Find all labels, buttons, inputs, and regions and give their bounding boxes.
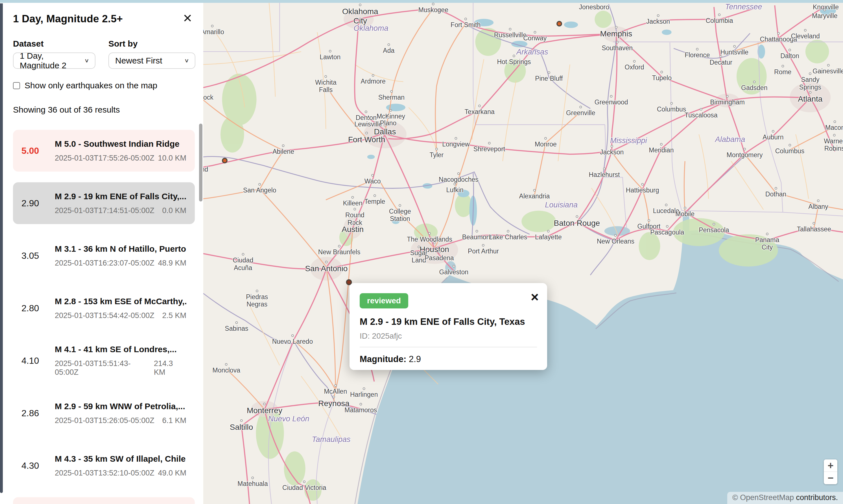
item-meta: 2025-01-03T16:23:07-05:00Z48.9 KM <box>55 259 186 268</box>
item-timestamp: 2025-01-03T15:51:43-05:00Z <box>55 359 154 377</box>
popup-magnitude-label: Magnitude: <box>360 354 406 364</box>
show-only-checkbox-row[interactable]: Show only earthquakes on the map <box>13 81 195 90</box>
earthquake-list-item[interactable]: 2.90M 2.9 - 19 km ENE of Falls City,...2… <box>13 182 195 224</box>
item-body: M 2.8 - 153 km ESE of McCarthy,...2025-0… <box>55 296 186 320</box>
earthquake-list-item[interactable]: 4.10M 4.1 - 41 km SE of Londres,...2025-… <box>13 340 195 381</box>
map-tiles <box>203 0 843 504</box>
item-title: M 3.1 - 36 km N of Hatillo, Puerto... <box>55 244 186 254</box>
item-body: M 2.9 - 19 km ENE of Falls City,...2025-… <box>55 192 186 215</box>
dataset-select-value: 1 Day, Magnitude 2 <box>20 51 80 70</box>
item-depth: 6.1 KM <box>162 416 186 425</box>
item-body: M 3.1 - 36 km N of Hatillo, Puerto...202… <box>55 244 186 268</box>
item-title: M 2.9 - 59 km WNW of Petrolia,... <box>55 401 186 411</box>
earthquake-list-item[interactable]: 2.86M 2.9 - 59 km WNW of Petrolia,...202… <box>13 392 195 434</box>
results-summary: Showing 36 out of 36 results <box>13 105 195 114</box>
popup-title: M 2.9 - 19 km ENE of Falls City, Texas <box>360 316 537 327</box>
results-panel: 1 Day, Magnitude 2.5+ × Dataset 1 Day, M… <box>3 3 203 504</box>
item-depth: 0.0 KM <box>162 206 186 215</box>
earthquake-list: 5.00M 5.0 - Southwest Indian Ridge2025-0… <box>13 130 195 504</box>
dataset-filter: Dataset 1 Day, Magnitude 2 ∨ <box>13 39 95 69</box>
earthquake-marker[interactable] <box>222 158 228 163</box>
list-scrollbar[interactable] <box>199 124 203 201</box>
item-magnitude: 4.10 <box>21 356 55 366</box>
earthquake-list-item[interactable]: 4.30M 4.3 - 35 km SW of Illapel, Chile20… <box>13 445 195 486</box>
sortby-select[interactable]: Newest First ∨ <box>108 53 195 69</box>
item-magnitude: 4.30 <box>21 461 55 471</box>
item-timestamp: 2025-01-03T15:54:42-05:00Z <box>55 311 154 320</box>
show-only-checkbox[interactable] <box>13 82 20 89</box>
item-depth: 2.5 KM <box>162 311 186 320</box>
popup-id: ID: 2025afjc <box>360 331 537 341</box>
item-meta: 2025-01-03T13:52:10-05:00Z49.0 KM <box>55 469 186 478</box>
item-magnitude: 2.90 <box>21 198 55 209</box>
item-depth: 214.3 KM <box>154 359 186 377</box>
item-depth: 48.9 KM <box>158 259 186 268</box>
item-magnitude: 2.86 <box>21 408 55 418</box>
item-timestamp: 2025-01-03T15:26:05-05:00Z <box>55 416 154 425</box>
sortby-select-value: Newest First <box>115 56 162 66</box>
panel-close-button[interactable]: × <box>183 12 192 24</box>
sortby-filter: Sort by Newest First ∨ <box>108 39 195 69</box>
show-only-checkbox-label: Show only earthquakes on the map <box>24 81 157 90</box>
attribution-copyright: © OpenStreetMap <box>732 493 794 502</box>
item-magnitude: 5.00 <box>21 146 55 156</box>
item-magnitude: 3.05 <box>21 251 55 261</box>
item-timestamp: 2025-01-03T13:52:10-05:00Z <box>55 469 154 478</box>
earthquake-list-item[interactable]: 5.00M 5.0 - Southwest Indian Ridge2025-0… <box>13 130 195 172</box>
chevron-down-icon: ∨ <box>184 58 189 64</box>
chevron-down-icon: ∨ <box>84 58 89 64</box>
dataset-select[interactable]: 1 Day, Magnitude 2 ∨ <box>13 53 95 69</box>
status-badge: reviewed <box>360 293 408 308</box>
app: Oklahoma CityOklahomaMuskogeeFort SmithR… <box>0 0 843 504</box>
map-canvas[interactable]: Oklahoma CityOklahomaMuskogeeFort SmithR… <box>203 0 843 504</box>
map-attribution: © OpenStreetMap contributors. <box>727 492 843 504</box>
item-body: M 2.9 - 59 km WNW of Petrolia,...2025-01… <box>55 401 186 425</box>
popup-divider <box>360 347 537 347</box>
window-edge-strip <box>0 3 3 493</box>
earthquake-list-item[interactable] <box>13 497 195 504</box>
item-body: M 4.3 - 35 km SW of Illapel, Chile2025-0… <box>55 454 186 478</box>
panel-title: 1 Day, Magnitude 2.5+ <box>13 13 123 25</box>
item-title: M 2.9 - 19 km ENE of Falls City,... <box>55 192 186 201</box>
openstreetmap-link[interactable]: OpenStreetMap <box>740 493 794 502</box>
item-body: M 5.0 - Southwest Indian Ridge2025-01-03… <box>55 139 186 163</box>
popup-close-button[interactable]: × <box>531 290 539 304</box>
item-meta: 2025-01-03T15:54:42-05:00Z2.5 KM <box>55 311 186 320</box>
attribution-suffix: contributors. <box>794 493 838 502</box>
zoom-in-button[interactable]: + <box>824 460 837 472</box>
earthquake-popup: reviewed × M 2.9 - 19 km ENE of Falls Ci… <box>350 283 547 370</box>
sortby-label: Sort by <box>108 39 195 49</box>
item-depth: 49.0 KM <box>158 469 186 478</box>
item-title: M 4.1 - 41 km SE of Londres,... <box>55 345 186 354</box>
item-meta: 2025-01-03T17:14:51-05:00Z0.0 KM <box>55 206 186 215</box>
item-title: M 5.0 - Southwest Indian Ridge <box>55 139 186 149</box>
item-meta: 2025-01-03T17:55:26-05:00Z10.0 KM <box>55 154 186 163</box>
zoom-out-button[interactable]: − <box>824 472 837 484</box>
earthquake-list-item[interactable]: 2.80M 2.8 - 153 km ESE of McCarthy,...20… <box>13 287 195 329</box>
map-zoom-control: + − <box>824 460 837 484</box>
item-magnitude: 2.80 <box>21 303 55 313</box>
popup-magnitude-value: 2.9 <box>406 354 421 364</box>
earthquake-list-item[interactable]: 3.05M 3.1 - 36 km N of Hatillo, Puerto..… <box>13 235 195 276</box>
item-timestamp: 2025-01-03T17:14:51-05:00Z <box>55 206 154 215</box>
item-timestamp: 2025-01-03T16:23:07-05:00Z <box>55 259 154 268</box>
item-body: M 4.1 - 41 km SE of Londres,...2025-01-0… <box>55 345 186 377</box>
earthquake-marker[interactable] <box>557 21 562 26</box>
item-timestamp: 2025-01-03T17:55:26-05:00Z <box>55 154 154 163</box>
item-depth: 10.0 KM <box>158 154 186 163</box>
item-meta: 2025-01-03T15:26:05-05:00Z6.1 KM <box>55 416 186 425</box>
popup-magnitude: Magnitude: 2.9 <box>360 354 537 364</box>
map-top-water-strip <box>0 0 843 3</box>
item-title: M 2.8 - 153 km ESE of McCarthy,... <box>55 296 186 306</box>
item-title: M 4.3 - 35 km SW of Illapel, Chile <box>55 454 186 464</box>
item-meta: 2025-01-03T15:51:43-05:00Z214.3 KM <box>55 359 186 377</box>
dataset-label: Dataset <box>13 39 95 49</box>
